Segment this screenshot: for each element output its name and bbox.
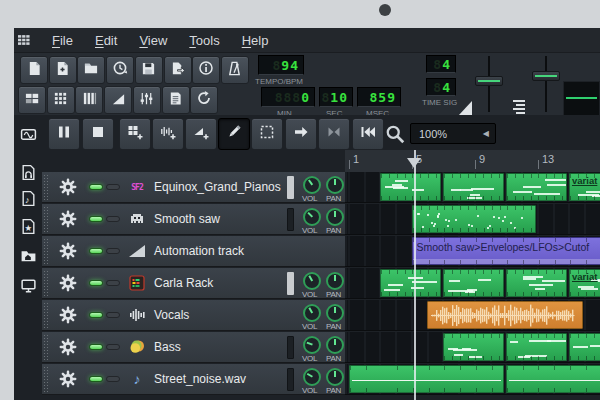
track-grip[interactable]	[43, 334, 49, 361]
playhead-marker[interactable]	[407, 158, 421, 168]
draw-mode-button[interactable]	[218, 118, 250, 150]
song-editor-button[interactable]	[18, 86, 46, 114]
track-lane[interactable]	[345, 364, 600, 395]
track-name[interactable]: Smooth saw	[154, 212, 220, 226]
app-grid-icon[interactable]	[17, 34, 31, 46]
track-name[interactable]: Vocals	[154, 308, 189, 322]
pattern-clip[interactable]	[349, 365, 505, 393]
rewind-start-button[interactable]	[352, 118, 384, 150]
sidebar-projects-button[interactable]: ★	[19, 219, 37, 237]
menu-tools[interactable]: Tools	[178, 30, 230, 51]
audio-clip[interactable]	[427, 301, 583, 329]
track-grip[interactable]	[43, 206, 49, 233]
pattern-clip[interactable]	[443, 333, 504, 361]
pattern-clip[interactable]	[506, 173, 567, 201]
bb-editor-button[interactable]	[47, 86, 75, 114]
menu-file[interactable]: File	[41, 30, 84, 51]
add-sample-track-button[interactable]	[152, 118, 184, 150]
sidebar-samples-button[interactable]	[19, 165, 37, 183]
timeline[interactable]: 15913	[345, 150, 600, 173]
automation-editor-button[interactable]	[104, 86, 132, 114]
save-project-button[interactable]	[135, 56, 163, 84]
pattern-clip[interactable]	[380, 269, 441, 297]
track-grip[interactable]	[43, 366, 49, 393]
controller-rack-button[interactable]	[190, 86, 218, 114]
menu-view[interactable]: View	[128, 30, 178, 51]
metronome-button[interactable]	[221, 56, 249, 84]
track-mute-led[interactable]	[89, 344, 103, 350]
track-solo-led[interactable]	[106, 280, 120, 286]
master-pitch-slider[interactable]	[532, 71, 560, 81]
track-gear-icon[interactable]	[59, 274, 77, 292]
pattern-clip[interactable]	[443, 173, 504, 201]
track-gear-icon[interactable]	[59, 306, 77, 324]
add-automation-track-button[interactable]	[185, 118, 217, 150]
track-lane[interactable]: variat	[345, 172, 600, 203]
pan-knob[interactable]	[326, 272, 344, 290]
pattern-clip[interactable]	[412, 205, 536, 233]
pattern-clip[interactable]: variat	[569, 173, 600, 201]
track-mute-led[interactable]	[89, 216, 103, 222]
pattern-clip[interactable]	[380, 173, 441, 201]
track-name[interactable]: Street_noise.wav	[154, 372, 246, 386]
new-from-template-button[interactable]	[49, 56, 77, 84]
sidebar-presets-button[interactable]: ♪	[19, 191, 37, 209]
menu-help[interactable]: Help	[231, 30, 280, 51]
edit-mode-button[interactable]	[251, 118, 283, 150]
track-solo-led[interactable]	[106, 376, 120, 382]
track-mute-led[interactable]	[89, 312, 103, 318]
track-mute-led[interactable]	[89, 280, 103, 286]
output-visualizer[interactable]	[563, 81, 600, 117]
track-mute-led[interactable]	[89, 376, 103, 382]
volume-knob[interactable]	[303, 208, 321, 226]
track-gear-icon[interactable]	[59, 370, 77, 388]
pattern-clip[interactable]: variat	[569, 269, 600, 297]
time-min-lcd[interactable]: 8880	[261, 87, 315, 107]
pan-knob[interactable]	[326, 368, 344, 386]
shrink-button[interactable]	[318, 118, 350, 150]
track-solo-led[interactable]	[106, 312, 120, 318]
sidebar-instruments-button[interactable]	[19, 127, 37, 145]
dropdown-arrow-icon[interactable]: ◀	[483, 129, 489, 138]
track-mute-led[interactable]	[89, 248, 103, 254]
piano-roll-button[interactable]	[75, 86, 103, 114]
track-grip[interactable]	[43, 174, 49, 201]
track-solo-led[interactable]	[106, 344, 120, 350]
track-lane[interactable]	[345, 300, 600, 331]
track-lane[interactable]	[345, 204, 600, 235]
pattern-clip[interactable]	[443, 269, 504, 297]
pan-knob[interactable]	[326, 336, 344, 354]
track-solo-led[interactable]	[106, 216, 120, 222]
pan-knob[interactable]	[326, 304, 344, 322]
volume-knob[interactable]	[303, 368, 321, 386]
sidebar-computer-button[interactable]	[19, 278, 37, 296]
track-lane[interactable]: variat	[345, 268, 600, 299]
volume-knob[interactable]	[303, 272, 321, 290]
recently-opened-button[interactable]	[106, 56, 134, 84]
pause-button[interactable]	[48, 118, 80, 150]
track-gear-icon[interactable]	[59, 338, 77, 356]
master-volume-slider[interactable]	[475, 76, 503, 86]
track-name[interactable]: Automation track	[154, 244, 244, 258]
time-msec-lcd[interactable]: 859	[357, 87, 401, 107]
track-name[interactable]: Equinox_Grand_Pianos	[154, 180, 281, 194]
stop-button[interactable]	[82, 118, 114, 150]
pattern-clip[interactable]	[569, 333, 600, 361]
pattern-clip[interactable]	[506, 365, 600, 393]
time-sec-lcd[interactable]: 810	[319, 87, 353, 107]
tempo-lcd[interactable]: 894	[258, 55, 304, 75]
track-lane[interactable]	[345, 332, 600, 363]
track-grip[interactable]	[43, 270, 49, 297]
timesig-denominator-lcd[interactable]: 84	[426, 78, 456, 96]
volume-knob[interactable]	[303, 304, 321, 322]
volume-knob[interactable]	[303, 176, 321, 194]
volume-knob[interactable]	[303, 336, 321, 354]
pan-knob[interactable]	[326, 208, 344, 226]
pan-knob[interactable]	[326, 176, 344, 194]
timesig-numerator-lcd[interactable]: 84	[426, 55, 456, 73]
export-project-button[interactable]	[164, 56, 192, 84]
automation-clip[interactable]: Smooth saw>Envelopes/LFOs>Cutof	[412, 237, 600, 265]
pattern-clip[interactable]	[506, 333, 567, 361]
track-name[interactable]: Carla Rack	[154, 276, 213, 290]
track-grip[interactable]	[43, 302, 49, 329]
